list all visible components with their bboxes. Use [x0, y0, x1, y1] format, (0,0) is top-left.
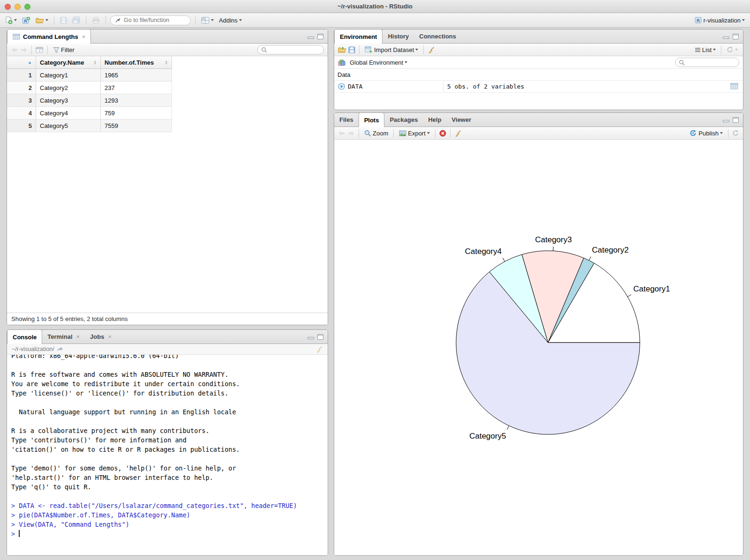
table-cell: Category4	[36, 107, 100, 119]
previous-plot-icon[interactable]	[338, 130, 345, 136]
minimize-pane-button[interactable]	[723, 37, 729, 39]
close-tab-icon[interactable]: ×	[76, 333, 80, 340]
refresh-environment-button[interactable]	[725, 45, 739, 54]
nav-back-icon[interactable]	[11, 47, 18, 53]
sort-icons: ▲▼	[94, 60, 97, 65]
export-plot-button[interactable]: Export	[398, 129, 431, 138]
tab-command-lengths[interactable]: Command Lengths ×	[7, 29, 91, 44]
environment-search-input[interactable]	[687, 59, 736, 66]
tab-viewer[interactable]: Viewer	[447, 112, 477, 127]
goto-directory-icon[interactable]	[57, 346, 63, 352]
addins-button[interactable]: Addins	[218, 16, 243, 25]
clear-all-plots-icon[interactable]	[454, 130, 462, 137]
print-button[interactable]	[90, 16, 101, 25]
close-tab-icon[interactable]: ×	[82, 33, 86, 40]
refresh-plot-icon[interactable]	[732, 130, 739, 136]
load-workspace-icon[interactable]	[338, 46, 346, 53]
table-search-box[interactable]	[257, 45, 324, 54]
nav-forward-icon[interactable]	[20, 47, 28, 53]
project-menu-button[interactable]: R r-visualization	[693, 15, 746, 25]
table-row[interactable]: 1Category11965	[7, 69, 172, 82]
text-cursor	[19, 530, 20, 537]
import-dataset-button[interactable]: Import Dataset	[363, 45, 420, 54]
new-file-button[interactable]	[4, 15, 18, 25]
pie-slice-label: Category3	[535, 235, 571, 244]
popout-window-icon[interactable]	[36, 46, 44, 53]
new-file-icon	[5, 16, 13, 24]
table-row[interactable]: 5Category57559	[7, 119, 172, 132]
row-number-header[interactable]: ▲	[7, 56, 36, 68]
console-input-line: > DATA <- read.table("/Users/lsalazar/co…	[11, 501, 323, 510]
zoom-magnifier-icon	[364, 130, 371, 137]
view-data-grid-icon[interactable]	[730, 83, 738, 90]
tab-terminal[interactable]: Terminal ×	[42, 329, 85, 343]
publish-button[interactable]: Publish	[688, 129, 724, 138]
tab-plots[interactable]: Plots	[359, 112, 385, 127]
filter-button[interactable]: Filter	[52, 45, 76, 54]
console-output-line	[11, 417, 323, 426]
environment-pane: Environment History Connections Import D…	[334, 29, 743, 110]
tab-console[interactable]: Console	[7, 329, 42, 344]
console-body[interactable]: Platform: x86_64-apple-darwin15.6.0 (64-…	[7, 355, 328, 555]
tab-jobs[interactable]: Jobs ×	[85, 329, 117, 343]
tab-packages[interactable]: Packages	[384, 112, 423, 127]
clear-console-icon[interactable]	[315, 346, 323, 353]
table-row[interactable]: 2Category2237	[7, 82, 172, 94]
new-project-button[interactable]: R	[21, 15, 32, 25]
table-cell: 7559	[100, 119, 172, 132]
remove-plot-icon[interactable]	[439, 130, 446, 137]
tab-files[interactable]: Files	[334, 112, 359, 127]
workspace-panes-button[interactable]	[200, 16, 215, 25]
minimize-window-button[interactable]	[15, 4, 21, 10]
maximize-pane-button[interactable]	[317, 334, 323, 340]
tab-help[interactable]: Help	[423, 112, 446, 127]
pie-label-tick	[628, 295, 631, 297]
expand-object-icon[interactable]	[338, 83, 345, 90]
next-plot-icon[interactable]	[347, 130, 355, 136]
minimize-pane-button[interactable]	[308, 337, 314, 339]
plots-pane: Files Plots Packages Help Viewer Zoom	[334, 112, 743, 556]
zoom-window-button[interactable]	[24, 4, 30, 10]
plots-tabbar: Files Plots Packages Help Viewer	[334, 113, 743, 127]
tab-connections[interactable]: Connections	[414, 29, 461, 43]
console-prompt[interactable]: >	[11, 529, 323, 538]
goto-file-input[interactable]	[124, 17, 180, 23]
chevron-down-icon	[405, 61, 407, 63]
close-window-button[interactable]	[5, 4, 11, 10]
maximize-pane-button[interactable]	[317, 34, 323, 39]
close-tab-icon[interactable]: ×	[108, 333, 112, 340]
table-search-input[interactable]	[269, 46, 319, 53]
minimize-pane-button[interactable]	[308, 37, 314, 39]
table-row[interactable]: 4Category4759	[7, 107, 172, 119]
project-cube-icon: R	[694, 16, 702, 24]
column-header-category-name[interactable]: Category.Name ▲▼	[36, 56, 100, 68]
pie-slice-label: Category1	[633, 284, 670, 293]
goto-file-box[interactable]	[110, 15, 191, 25]
maximize-pane-button[interactable]	[733, 34, 739, 39]
save-workspace-icon[interactable]	[348, 46, 355, 53]
list-label: List	[702, 46, 712, 53]
save-button[interactable]	[59, 16, 68, 25]
environment-scope-selector[interactable]: Global Environment	[348, 58, 409, 67]
tab-history[interactable]: History	[382, 29, 414, 43]
zoom-plot-button[interactable]: Zoom	[363, 129, 390, 138]
column-header-number-of-times[interactable]: Number.of.Times ▲▼	[100, 56, 172, 68]
table-row[interactable]: 3Category31293	[7, 94, 172, 107]
global-environment-icon	[338, 59, 345, 66]
list-view-button[interactable]: List	[693, 45, 717, 54]
minimize-pane-button[interactable]	[723, 120, 729, 122]
open-file-button[interactable]	[34, 16, 50, 24]
environment-search-box[interactable]	[675, 58, 739, 67]
tab-environment[interactable]: Environment	[334, 29, 382, 44]
addins-label: Addins	[219, 17, 238, 24]
environment-section-data: Data	[334, 69, 743, 81]
chevron-down-icon	[239, 19, 242, 21]
clear-environment-icon[interactable]	[428, 46, 435, 53]
environment-object-row[interactable]: DATA 5 obs. of 2 variables	[334, 81, 743, 93]
save-all-button[interactable]	[71, 15, 82, 25]
search-icon	[261, 47, 267, 53]
environment-scope-row: Global Environment	[334, 56, 743, 69]
console-tabbar: Console Terminal × Jobs ×	[7, 330, 328, 344]
tab-label: Plots	[364, 117, 379, 124]
maximize-pane-button[interactable]	[733, 117, 739, 123]
